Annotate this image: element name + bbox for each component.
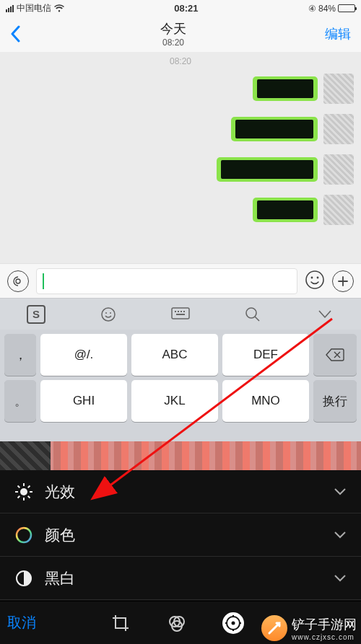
carrier-label: 中国电信 xyxy=(17,2,51,14)
backspace-key[interactable] xyxy=(313,334,357,376)
svg-point-12 xyxy=(246,308,256,318)
svg-point-5 xyxy=(110,312,111,314)
adjust-label: 黑白 xyxy=(45,568,75,588)
bw-icon xyxy=(14,569,33,588)
message-row xyxy=(7,195,354,225)
adjust-label: 光效 xyxy=(45,482,75,502)
message-bubble[interactable] xyxy=(253,76,318,101)
chevron-down-icon xyxy=(334,574,347,583)
emoji-button[interactable] xyxy=(305,270,325,293)
svg-rect-8 xyxy=(178,311,179,312)
keyboard-switch-button[interactable] xyxy=(166,304,195,325)
censored-strip xyxy=(0,441,361,470)
chat-timestamp: 08:20 xyxy=(7,56,354,66)
svg-rect-6 xyxy=(172,308,189,319)
message-row xyxy=(7,74,354,104)
message-input[interactable] xyxy=(36,268,297,294)
signal-bars-icon xyxy=(6,5,14,12)
key-2[interactable]: ABC xyxy=(131,334,218,376)
search-button[interactable] xyxy=(238,304,267,325)
svg-rect-11 xyxy=(176,314,185,315)
key-1[interactable]: @/. xyxy=(40,334,127,376)
plus-button[interactable] xyxy=(332,270,354,292)
key-4[interactable]: GHI xyxy=(40,380,127,422)
battery-percent: ④ 84% xyxy=(308,4,336,14)
edit-button[interactable]: 编辑 xyxy=(325,25,351,43)
adjust-light[interactable]: 光效 xyxy=(0,470,361,513)
avatar[interactable] xyxy=(323,114,354,144)
collapse-keyboard-button[interactable] xyxy=(310,304,339,325)
watermark-url: www.czjxsc.com xyxy=(292,633,357,641)
svg-point-13 xyxy=(20,488,27,495)
svg-point-4 xyxy=(105,312,107,314)
key-3[interactable]: DEF xyxy=(222,334,309,376)
filters-tool-button[interactable] xyxy=(166,612,188,634)
nav-title-block: 今天 08:20 xyxy=(160,20,186,48)
avatar[interactable] xyxy=(323,154,354,185)
key-comma[interactable]: ， xyxy=(4,334,36,376)
chat-area: 08:20 xyxy=(0,52,361,263)
watermark-name: 铲子手游网 xyxy=(292,616,357,633)
voice-input-button[interactable] xyxy=(7,270,29,292)
chat-input-bar xyxy=(0,263,361,298)
wifi-icon xyxy=(54,4,64,12)
svg-point-14 xyxy=(17,528,31,542)
backspace-icon xyxy=(326,348,344,361)
chevron-down-icon xyxy=(334,531,347,539)
keypad: ， @/. ABC DEF 。 GHI JKL MNO 换行 xyxy=(0,330,361,441)
avatar[interactable] xyxy=(323,195,354,225)
svg-point-3 xyxy=(102,308,115,321)
key-period[interactable]: 。 xyxy=(4,380,36,422)
battery-icon xyxy=(338,4,355,12)
watermark: 铲子手游网 www.czjxsc.com xyxy=(261,615,357,641)
back-button[interactable] xyxy=(10,25,22,43)
nav-title: 今天 xyxy=(160,20,186,38)
avatar[interactable] xyxy=(323,74,354,104)
watermark-logo-icon xyxy=(261,615,287,641)
status-time: 08:21 xyxy=(64,3,308,14)
svg-point-20 xyxy=(232,621,235,625)
adjust-color[interactable]: 颜色 xyxy=(0,513,361,557)
ime-logo-button[interactable]: S xyxy=(22,304,51,325)
svg-point-2 xyxy=(317,276,319,278)
status-left: 中国电信 xyxy=(6,2,64,14)
keyboard-toolbar: S xyxy=(0,298,361,330)
key-6[interactable]: MNO xyxy=(222,380,309,422)
message-row xyxy=(7,154,354,185)
adjustment-list: 光效 颜色 黑白 xyxy=(0,470,361,601)
key-5[interactable]: JKL xyxy=(131,380,218,422)
adjust-label: 颜色 xyxy=(45,525,75,545)
svg-rect-9 xyxy=(180,311,182,312)
svg-rect-10 xyxy=(183,311,185,312)
status-bar: 中国电信 08:21 ④ 84% xyxy=(0,0,361,16)
adjust-tool-button[interactable] xyxy=(222,612,244,634)
color-icon xyxy=(14,526,33,544)
emoji-keyboard-button[interactable] xyxy=(94,304,123,325)
message-bubble[interactable] xyxy=(231,117,318,141)
message-bubble[interactable] xyxy=(253,198,318,222)
crop-tool-button[interactable] xyxy=(110,612,131,634)
text-cursor xyxy=(43,273,44,289)
light-icon xyxy=(14,482,33,501)
nav-subtitle: 08:20 xyxy=(160,38,186,48)
adjust-bw[interactable]: 黑白 xyxy=(0,557,361,600)
nav-header: 今天 08:20 编辑 xyxy=(0,16,361,52)
return-key[interactable]: 换行 xyxy=(313,380,357,422)
svg-rect-7 xyxy=(175,311,176,312)
svg-point-1 xyxy=(311,276,313,278)
svg-point-0 xyxy=(306,271,323,288)
status-right: ④ 84% xyxy=(308,4,355,14)
cancel-button[interactable]: 取消 xyxy=(7,613,36,632)
chevron-down-icon xyxy=(334,488,347,496)
message-bubble[interactable] xyxy=(217,157,318,182)
message-row xyxy=(7,114,354,144)
